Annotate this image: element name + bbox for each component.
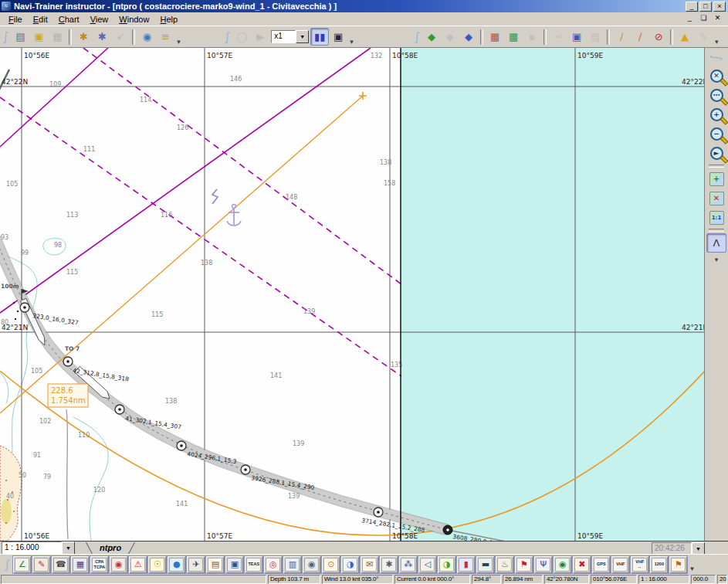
resources-button[interactable]: ◑ <box>437 555 456 574</box>
signal-flags-button[interactable]: ⚑ <box>514 555 533 574</box>
zoom-in-button[interactable]: + <box>706 105 726 124</box>
toolbar-grip[interactable]: ∫ <box>2 29 8 44</box>
scenario-editor-button[interactable]: ▦ <box>70 555 90 574</box>
menu-help[interactable]: Help <box>154 14 183 25</box>
annotations-button[interactable]: ✎ <box>694 28 713 46</box>
new-exercise-button[interactable]: ▤ <box>11 28 29 46</box>
print-preview-button[interactable]: ◉ <box>137 28 156 46</box>
toolbar-grip[interactable]: ∫ <box>224 29 230 44</box>
security-zones-button[interactable]: ◉ <box>109 555 128 574</box>
save-exercise-button[interactable]: ▦ <box>48 28 66 46</box>
remove-chart-button[interactable]: ✕ <box>706 188 726 208</box>
snapshot-button[interactable]: ◉ <box>302 555 321 574</box>
sim-toolbar-overflow[interactable]: ▾ <box>350 38 354 47</box>
targets-button[interactable]: ◎ <box>263 555 283 574</box>
zoom-window-button[interactable]: ⋯ <box>706 86 726 105</box>
display-settings-button[interactable]: ▮ <box>456 555 476 574</box>
add-group-button[interactable]: ▦ <box>504 28 523 46</box>
group-objects-button[interactable]: ▦ <box>486 28 504 46</box>
cctv-button[interactable]: ◉ <box>553 555 572 574</box>
lights-signals-button[interactable]: ☉ <box>147 555 167 574</box>
print-button[interactable]: ≡ <box>156 28 174 46</box>
clock-1200-button[interactable]: 1200 <box>649 555 669 574</box>
ruler-button[interactable]: ∕ <box>612 28 631 46</box>
toolbar-grip[interactable]: ∫ <box>414 29 420 44</box>
submarine-button[interactable]: ▬ <box>476 555 495 574</box>
chart-canvas[interactable]: 323,0_16,0_32742_312,8_15,8_31841_302,1_… <box>0 48 704 541</box>
file-toolbar-overflow[interactable]: ▾ <box>177 38 181 47</box>
race-flag-button[interactable]: ⚑ <box>669 555 688 574</box>
speed-combo[interactable]: x1▼ <box>271 30 309 43</box>
restore-button[interactable]: □ <box>699 2 712 12</box>
messages-button[interactable]: ✉ <box>360 555 379 574</box>
zoom-pan-button[interactable]: ► <box>706 144 726 163</box>
save-options-button[interactable]: ✱ <box>93 28 111 46</box>
scale-combo[interactable]: 1 : 16.000 ▼ <box>2 542 75 555</box>
menu-chart[interactable]: Chart <box>53 14 85 25</box>
measure-bearing: 228.6 <box>51 386 73 395</box>
coast-services-button[interactable]: ☎ <box>51 555 70 574</box>
exercise-log-button[interactable]: ▤ <box>205 555 225 574</box>
edit-object-button[interactable]: ◆ <box>441 28 459 46</box>
alarm-panel-button[interactable]: ▲ <box>676 28 694 46</box>
crew-button[interactable]: ⁂ <box>398 555 418 574</box>
failures-button[interactable]: ✖ <box>572 555 591 574</box>
menu-edit[interactable]: Edit <box>28 14 53 25</box>
time-control-button[interactable]: ⊙ <box>321 555 340 574</box>
right-toolbar-overflow[interactable]: ▾ <box>715 256 719 265</box>
add-chart-button[interactable]: + <box>706 169 726 188</box>
sound-button[interactable]: ◁ <box>418 555 437 574</box>
minimize-button[interactable]: _ <box>686 2 698 12</box>
open-exercise-button[interactable]: ▣ <box>29 28 48 46</box>
environment-button[interactable]: ● <box>167 555 186 574</box>
route-editor-button[interactable]: ✎ <box>32 555 51 574</box>
cpa-tcpa-button[interactable]: CPA TCPA <box>90 555 109 574</box>
run-button[interactable]: ▶ <box>251 28 269 46</box>
chart-scale-button[interactable]: 1:1 <box>706 208 726 227</box>
teas-button[interactable]: TEAS <box>244 555 263 574</box>
stop-button[interactable]: ▣ <box>329 28 347 46</box>
statistics-button[interactable]: ◑ <box>340 555 360 574</box>
fuel-button[interactable]: ♨ <box>495 555 514 574</box>
options-button[interactable]: ✱ <box>379 555 398 574</box>
paste-button[interactable]: ▤ <box>586 28 604 46</box>
add-object-button[interactable]: ◆ <box>422 28 441 46</box>
toolbar-grip[interactable]: ∫ <box>709 54 724 60</box>
zoom-reset-button[interactable]: ✕ <box>706 66 726 86</box>
gps-button[interactable]: GPS <box>591 555 611 574</box>
zoom-toolbar: ∫✕⋯+−►+✕1:1Λ▾ <box>704 48 728 541</box>
radio-comms-button[interactable]: Ψ <box>533 555 553 574</box>
mdi-close-button[interactable]: ✕ <box>712 14 723 24</box>
object-toolbar-overflow[interactable]: ▾ <box>715 38 719 47</box>
visualization-button[interactable]: ▣ <box>225 555 244 574</box>
vhf-button[interactable]: VHF <box>611 555 630 574</box>
freeze-button[interactable]: ◯ <box>232 28 251 46</box>
print-chart-button[interactable]: ▥ <box>283 555 302 574</box>
model-control-button[interactable]: ✈ <box>186 555 205 574</box>
lock-objects-button[interactable]: ▪ <box>523 28 541 46</box>
load-options-button[interactable]: ✱ <box>74 28 93 46</box>
scale-combo-arrow[interactable]: ▼ <box>62 542 75 555</box>
divider-tool-button[interactable]: Λ <box>706 233 726 253</box>
alerts-button[interactable]: ⚠ <box>128 555 147 574</box>
mdi-minimize-button[interactable]: _ <box>684 14 696 24</box>
cut-button[interactable]: ✂ <box>549 28 567 46</box>
toolbar-grip[interactable]: ∫ <box>4 557 10 572</box>
restricted-area-button[interactable]: ⊘ <box>649 28 668 46</box>
menu-window[interactable]: Window <box>113 14 154 25</box>
bottom-toolbar-overflow[interactable]: ▾ <box>690 565 694 574</box>
zoom-out-button[interactable]: − <box>706 124 726 144</box>
object-properties-button[interactable]: ◆ <box>459 28 478 46</box>
close-button[interactable]: × <box>713 2 726 12</box>
apply-options-button[interactable]: ✔ <box>111 28 130 46</box>
menu-file[interactable]: File <box>3 14 28 25</box>
erbl-button[interactable]: ∕ <box>631 28 649 46</box>
chart-editor-button[interactable]: ∠ <box>12 555 32 574</box>
vhf-dsc-button[interactable]: VHF ·· <box>630 555 649 574</box>
menu-view[interactable]: View <box>85 14 114 25</box>
chart-tab-ntpro[interactable]: ntpro <box>86 542 135 554</box>
title-bar[interactable]: ≈ Navi-Trainer instructor - [ntpro ( cos… <box>0 0 728 12</box>
pause-button[interactable]: ▮▮ <box>310 28 329 46</box>
mdi-restore-button[interactable]: ❏ <box>698 14 709 24</box>
copy-button[interactable]: ▣ <box>567 28 586 46</box>
